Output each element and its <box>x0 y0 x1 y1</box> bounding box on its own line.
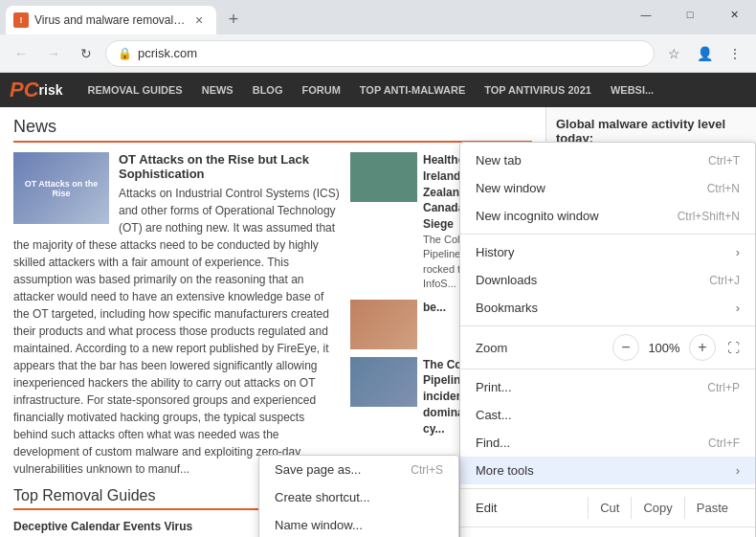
copy-button[interactable]: Copy <box>631 497 683 519</box>
sidebar-article-2-text[interactable]: be... <box>423 300 446 316</box>
address-bar-icons: ☆ 👤 ⋮ <box>660 40 748 67</box>
tab-close-button[interactable]: × <box>195 13 203 27</box>
refresh-button[interactable]: ↻ <box>73 40 100 67</box>
news-grid: OT Attacks on the Rise OT Attacks on the… <box>13 152 532 478</box>
address-bar: ← → ↻ 🔒 pcrisk.com ☆ 👤 ⋮ <box>0 34 756 73</box>
active-tab[interactable]: ! Virus and malware removal instr... × <box>6 6 216 34</box>
menu-bookmarks[interactable]: Bookmarks › <box>460 294 755 322</box>
cut-button[interactable]: Cut <box>588 497 631 519</box>
maximize-button[interactable]: □ <box>668 0 712 29</box>
nav-antivirus[interactable]: TOP ANTIVIRUS 2021 <box>475 73 601 107</box>
more-tools-submenu: Save page as... Ctrl+S Create shortcut..… <box>258 455 459 537</box>
edit-row: Edit Cut Copy Paste <box>460 493 755 523</box>
logo-risk: risk <box>39 82 63 98</box>
menu-more-tools[interactable]: More tools › Save page as... Ctrl+S Crea… <box>460 457 755 484</box>
nav-website[interactable]: WEBSI... <box>601 73 663 107</box>
address-input[interactable]: 🔒 pcrisk.com <box>105 40 655 67</box>
menu-print[interactable]: Print... Ctrl+P <box>460 373 755 401</box>
menu-section-history: History › Downloads Ctrl+J Bookmarks › <box>460 235 755 326</box>
paste-button[interactable]: Paste <box>684 497 740 519</box>
site-nav: PC risk REMOVAL GUIDES NEWS BLOG FORUM T… <box>0 73 756 107</box>
nav-blog[interactable]: BLOG <box>243 73 293 107</box>
site-logo[interactable]: PC risk <box>10 78 62 102</box>
zoom-value: 100% <box>647 341 681 355</box>
edit-label: Edit <box>476 501 588 515</box>
logo-pc: PC <box>10 78 39 102</box>
news-title: News <box>13 117 532 143</box>
bookmark-icon[interactable]: ☆ <box>660 40 687 67</box>
menu-new-tab[interactable]: New tab Ctrl+T <box>460 146 755 174</box>
menu-new-window[interactable]: New window Ctrl+N <box>460 174 755 202</box>
menu-icon[interactable]: ⋮ <box>722 40 748 67</box>
nav-news[interactable]: NEWS <box>192 73 243 107</box>
zoom-minus-button[interactable]: − <box>612 334 639 361</box>
nav-anti-malware[interactable]: TOP ANTI-MALWARE <box>350 73 475 107</box>
menu-section-tools: Print... Ctrl+P Cast... Find... Ctrl+F M… <box>460 369 755 489</box>
zoom-controls: − 100% + ⛶ <box>612 334 740 361</box>
menu-new-incognito[interactable]: New incognito window Ctrl+Shift+N <box>460 202 755 230</box>
sidebar-thumb-2 <box>350 300 417 349</box>
new-tab-button[interactable]: + <box>220 6 247 33</box>
news-section: News OT Attacks on the Rise OT Attacks o… <box>13 117 532 478</box>
menu-section-bottom: Settings Help › Exit <box>460 527 755 537</box>
chrome-menu: New tab Ctrl+T New window Ctrl+N New inc… <box>459 142 756 537</box>
back-button[interactable]: ← <box>8 40 34 67</box>
profile-icon[interactable]: 👤 <box>691 40 718 67</box>
submenu-create-shortcut[interactable]: Create shortcut... <box>259 483 458 511</box>
close-button[interactable]: ✕ <box>712 0 756 29</box>
menu-cast[interactable]: Cast... <box>460 401 755 429</box>
zoom-row: Zoom − 100% + ⛶ <box>460 330 755 365</box>
title-bar: ! Virus and malware removal instr... × +… <box>0 0 756 34</box>
submenu-save-page[interactable]: Save page as... Ctrl+S <box>259 456 458 483</box>
main-article-thumbnail: OT Attacks on the Rise <box>13 152 109 224</box>
menu-section-zoom: Zoom − 100% + ⛶ <box>460 326 755 369</box>
page-content: News OT Attacks on the Rise OT Attacks o… <box>0 107 756 537</box>
lock-icon: 🔒 <box>118 47 132 60</box>
tab-strip: ! Virus and malware removal instr... × + <box>0 0 247 34</box>
tab-favicon: ! <box>13 12 29 28</box>
menu-settings[interactable]: Settings <box>460 531 755 537</box>
zoom-fullscreen-icon[interactable]: ⛶ <box>727 341 740 355</box>
menu-find[interactable]: Find... Ctrl+F <box>460 429 755 457</box>
main-article-body: Attacks on Industrial Control Systems (I… <box>13 185 341 478</box>
zoom-label: Zoom <box>476 341 612 355</box>
menu-section-edit: Edit Cut Copy Paste <box>460 489 755 527</box>
minimize-button[interactable]: — <box>624 0 668 29</box>
sidebar-thumb-1 <box>350 152 417 202</box>
nav-forum[interactable]: FORUM <box>292 73 349 107</box>
main-article: OT Attacks on the Rise OT Attacks on the… <box>13 152 341 478</box>
main-article-thumb-img: OT Attacks on the Rise <box>13 152 109 224</box>
menu-history[interactable]: History › <box>460 238 755 266</box>
menu-section-new: New tab Ctrl+T New window Ctrl+N New inc… <box>460 143 755 235</box>
browser-frame: ! Virus and malware removal instr... × +… <box>0 0 756 537</box>
sidebar-thumb-3 <box>350 357 417 407</box>
tab-title: Virus and malware removal instr... <box>34 13 188 27</box>
forward-button[interactable]: → <box>40 40 67 67</box>
zoom-plus-button[interactable]: + <box>689 334 716 361</box>
window-controls: — □ ✕ <box>624 0 756 29</box>
nav-removal-guides[interactable]: REMOVAL GUIDES <box>78 73 191 107</box>
url-display: pcrisk.com <box>138 46 197 60</box>
submenu-name-window[interactable]: Name window... <box>259 511 458 537</box>
menu-downloads[interactable]: Downloads Ctrl+J <box>460 266 755 294</box>
